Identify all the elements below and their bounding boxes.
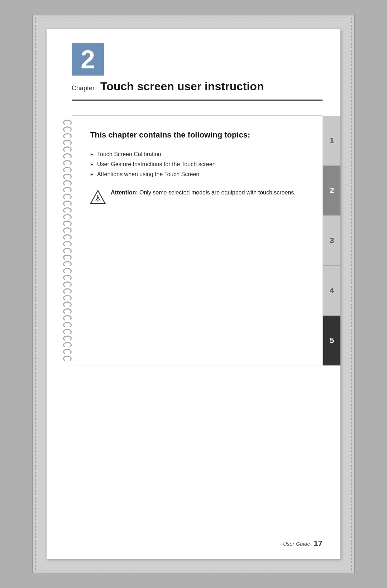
spiral-coil bbox=[63, 207, 72, 213]
spiral-coil bbox=[63, 302, 72, 308]
chapter-divider bbox=[72, 100, 322, 101]
spiral-coil bbox=[63, 234, 72, 240]
topics-list: Touch Screen Calibration User Gesture In… bbox=[90, 151, 301, 178]
chapter-number: 2 bbox=[72, 43, 104, 76]
tab-1[interactable]: 1 bbox=[323, 116, 341, 166]
attention-box: ⚠ Attention: Only some selected models a… bbox=[90, 188, 301, 205]
spiral-coil bbox=[63, 281, 72, 288]
attention-text: Attention: Only some selected models are… bbox=[111, 188, 296, 197]
spiral-coil bbox=[63, 221, 72, 227]
spiral-coil bbox=[63, 356, 72, 362]
spiral-coil bbox=[63, 160, 72, 166]
footer-label: User Guide bbox=[283, 541, 310, 547]
chapter-label: Chapter bbox=[72, 85, 95, 92]
spiral-coil bbox=[63, 140, 72, 146]
spiral-coil bbox=[63, 248, 72, 254]
spiral-coil bbox=[63, 322, 72, 328]
spiral-coil bbox=[63, 126, 72, 132]
spiral-coil bbox=[63, 214, 72, 220]
footer-page-number: 17 bbox=[314, 539, 322, 548]
spiral-coil bbox=[63, 153, 72, 159]
spiral-coil bbox=[63, 167, 72, 173]
spiral-coil bbox=[63, 133, 72, 139]
spiral-coil bbox=[63, 268, 72, 274]
notebook-section-title: This chapter contains the following topi… bbox=[90, 130, 301, 140]
notebook-content: This chapter contains the following topi… bbox=[72, 116, 322, 219]
spiral-coil bbox=[63, 174, 72, 180]
topic-item-2: User Gesture Instructions for the Touch … bbox=[90, 161, 301, 168]
spiral-coil bbox=[63, 187, 72, 193]
chapter-title-row: Chapter Touch screen user instruction bbox=[72, 80, 322, 93]
spiral-coil bbox=[63, 261, 72, 267]
spiral-coil bbox=[63, 146, 72, 153]
chapter-tabs: 1 2 3 4 5 bbox=[323, 116, 341, 366]
spiral-coil bbox=[63, 275, 72, 281]
spiral-binding bbox=[62, 116, 73, 366]
attention-label: Attention: bbox=[111, 189, 138, 196]
spiral-coil bbox=[63, 315, 72, 321]
chapter-title: Touch screen user instruction bbox=[100, 80, 264, 93]
spiral-coil bbox=[63, 120, 72, 126]
chapter-header: 2 Chapter Touch screen user instruction bbox=[47, 29, 340, 93]
warning-icon: ⚠ bbox=[90, 189, 106, 205]
tab-2[interactable]: 2 bbox=[323, 166, 341, 216]
page-outer: 2 Chapter Touch screen user instruction bbox=[32, 15, 355, 573]
spiral-coil bbox=[63, 194, 72, 200]
notebook-section: 1 2 3 4 5 This chapter contains the foll… bbox=[72, 115, 322, 366]
spiral-coil bbox=[63, 201, 72, 207]
spiral-coil bbox=[63, 241, 72, 247]
tab-4[interactable]: 4 bbox=[323, 266, 341, 316]
attention-body: Only some selected models are equipped w… bbox=[138, 189, 296, 196]
svg-point-3 bbox=[97, 200, 99, 201]
topic-item-1: Touch Screen Calibration bbox=[90, 151, 301, 158]
topic-item-3: Attentions when using the Touch Screen bbox=[90, 171, 301, 178]
spiral-coil bbox=[63, 288, 72, 294]
spiral-coil bbox=[63, 295, 72, 301]
page-inner: 2 Chapter Touch screen user instruction bbox=[47, 29, 340, 559]
spiral-coil bbox=[63, 336, 72, 342]
tab-3[interactable]: 3 bbox=[323, 216, 341, 266]
tab-5[interactable]: 5 bbox=[323, 315, 341, 366]
spiral-coil bbox=[63, 227, 72, 233]
page-footer: User Guide 17 bbox=[283, 539, 322, 548]
spiral-coil bbox=[63, 349, 72, 355]
spiral-coil bbox=[63, 180, 72, 186]
spiral-coil bbox=[63, 308, 72, 314]
spiral-coil bbox=[63, 255, 72, 261]
spiral-coil bbox=[63, 329, 72, 335]
spiral-coil bbox=[63, 342, 72, 348]
